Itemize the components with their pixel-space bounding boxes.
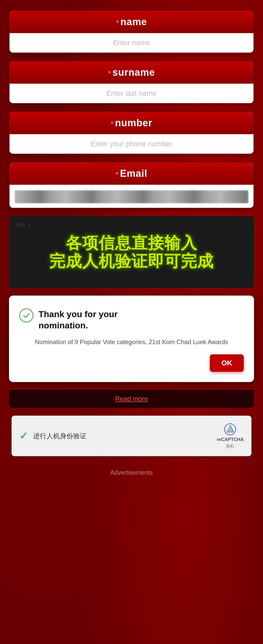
- annotation-overlay: 各项信息直接输入 完成人机验证即可完成: [9, 216, 254, 288]
- recaptcha-brand-text: reCAPTCHA: [217, 437, 244, 442]
- name-input[interactable]: [15, 39, 248, 47]
- email-form-field: *Email: [9, 162, 254, 208]
- recaptcha-left: ✓ 进行人机身份验证: [19, 430, 87, 442]
- email-required-star: *: [116, 170, 118, 178]
- read-more-area: Read more: [9, 390, 254, 408]
- surname-field-label: surname: [112, 67, 155, 78]
- success-subtitle: Nomination of 9 Popular Vote categories,…: [19, 337, 244, 347]
- recaptcha-check-icon: ✓: [19, 430, 28, 442]
- annotation-section: the s... 各项信息直接输入 完成人机验证即可完成: [9, 216, 254, 288]
- advertisements-label: Advertisements: [9, 464, 254, 481]
- recaptcha-right: reCAPTCHA 隐私: [217, 423, 244, 449]
- recaptcha-section[interactable]: ✓ 进行人机身份验证 reCAPTCHA 隐私: [12, 416, 251, 456]
- number-form-field: *number: [9, 111, 254, 154]
- ok-button[interactable]: OK: [210, 354, 244, 372]
- surname-field-header: *surname: [10, 61, 253, 84]
- surname-required-star: *: [108, 69, 111, 77]
- recaptcha-label: 进行人机身份验证: [33, 432, 87, 441]
- success-header: Thank you for yournomination.: [19, 308, 244, 331]
- recaptcha-logo-icon: [224, 423, 237, 436]
- name-field-label: name: [120, 16, 147, 27]
- number-input-area: [10, 134, 253, 154]
- number-required-star: *: [111, 120, 114, 128]
- name-field-header: *name: [10, 11, 253, 33]
- email-input-blurred[interactable]: [15, 190, 248, 203]
- number-field-header: *number: [10, 112, 253, 134]
- success-actions: OK: [19, 354, 244, 372]
- annotation-line1: 各项信息直接输入: [66, 234, 197, 252]
- number-field-label: number: [115, 118, 152, 128]
- surname-form-field: *surname: [9, 61, 254, 104]
- surname-input-area: [10, 84, 253, 103]
- email-input-area: [10, 185, 253, 208]
- email-field-header: *Email: [10, 162, 253, 185]
- name-required-star: *: [116, 19, 119, 27]
- recaptcha-privacy-text: 隐私: [226, 444, 234, 449]
- read-more-link[interactable]: Read more: [115, 395, 148, 403]
- annotation-text: 各项信息直接输入 完成人机验证即可完成: [49, 234, 214, 270]
- success-check-icon: [19, 308, 33, 323]
- email-field-label: Email: [120, 168, 147, 179]
- success-dialog: Thank you for yournomination. Nomination…: [9, 296, 254, 382]
- number-input[interactable]: [15, 140, 248, 148]
- name-input-area: [10, 33, 253, 53]
- checkmark-icon: [22, 311, 31, 320]
- surname-input[interactable]: [15, 89, 248, 97]
- annotation-line2: 完成人机验证即可完成: [49, 252, 214, 270]
- name-form-field: *name: [9, 10, 254, 53]
- success-title: Thank you for yournomination.: [39, 308, 118, 331]
